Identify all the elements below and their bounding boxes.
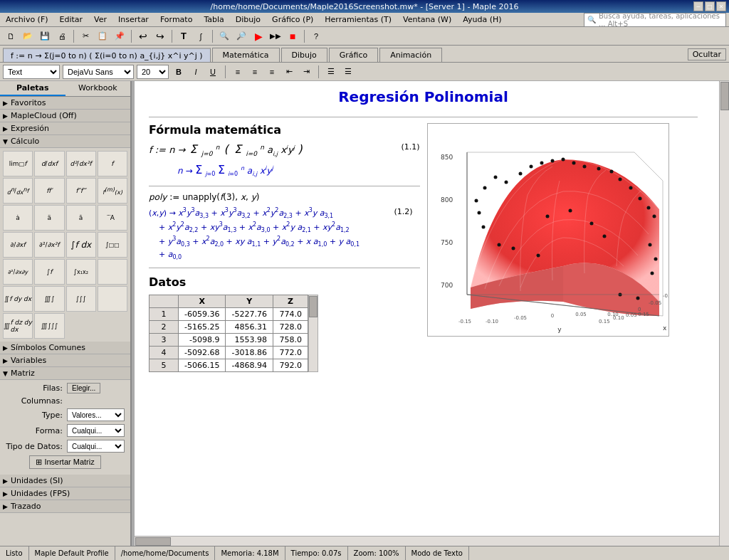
- style-select[interactable]: Text: [3, 65, 60, 79]
- calc-cell-partial[interactable]: ∂/∂x f: [3, 232, 33, 258]
- tab-dibujo[interactable]: Dibujo: [281, 48, 327, 62]
- calc-cell-integral2[interactable]: ∫□□: [98, 232, 127, 258]
- section-expresion[interactable]: ▶ Expresión: [0, 122, 130, 135]
- menu-editar[interactable]: Editar: [57, 14, 86, 25]
- redo-button[interactable]: ↪: [152, 28, 168, 44]
- calc-cell-tripleint[interactable]: ∭∫: [34, 286, 64, 312]
- menu-archivo[interactable]: Archivo (F): [3, 14, 51, 25]
- section-variables[interactable]: ▶ Variables: [0, 354, 130, 367]
- calc-cell-fm[interactable]: f(m)(x): [98, 178, 127, 204]
- v-scroll-thumb[interactable]: [720, 82, 729, 110]
- help-button[interactable]: ?: [308, 28, 324, 44]
- menu-grafico[interactable]: Gráfico (P): [269, 14, 316, 25]
- insertar-matriz-button[interactable]: ⊞ Insertar Matriz: [29, 455, 100, 469]
- section-calculo[interactable]: ▼ Cálculo: [0, 135, 130, 148]
- menu-formato[interactable]: Formato: [157, 14, 196, 25]
- close-button[interactable]: ✕: [716, 1, 726, 11]
- execute-button[interactable]: ▶: [251, 28, 266, 44]
- font-select[interactable]: DejaVu Sans: [63, 65, 134, 79]
- section-favoritos[interactable]: ▶ Favoritos: [0, 97, 130, 110]
- math-mode-button[interactable]: ∫: [193, 28, 209, 44]
- hide-palette-button[interactable]: Ocultar: [688, 48, 726, 60]
- cut-button[interactable]: ✂: [78, 28, 93, 44]
- calc-cell-int-bounds[interactable]: ∫x₁x₂: [66, 259, 96, 285]
- calc-cell-f3[interactable]: f″ f‴: [66, 178, 96, 204]
- calc-cell-3dot[interactable]: ⃛A: [98, 205, 127, 231]
- open-button[interactable]: 📂: [20, 28, 36, 44]
- section-trazado[interactable]: ▶ Trazado: [0, 500, 130, 513]
- zoom-out-button[interactable]: 🔍: [216, 28, 232, 44]
- calc-cell-lim[interactable]: lim□ f: [3, 151, 33, 176]
- menu-ventana[interactable]: Ventana (W): [400, 14, 454, 25]
- menu-ayuda[interactable]: Ayuda (H): [460, 14, 504, 25]
- menu-tabla[interactable]: Tabla: [201, 14, 226, 25]
- numbered-list-button[interactable]: ☰: [341, 65, 355, 79]
- tab-matematica[interactable]: Matemática: [212, 48, 280, 62]
- align-right-button[interactable]: ≡: [265, 65, 279, 79]
- tab-texto[interactable]: f := n → Σ(j=0 to n) ( Σ(i=0 to n) a_{i,…: [3, 48, 211, 62]
- calc-cell-d2[interactable]: d²/dx² f: [66, 151, 96, 176]
- section-simbolos[interactable]: ▶ Símbolos Comunes: [0, 342, 130, 354]
- menu-insertar[interactable]: Insertar: [115, 14, 152, 25]
- vertical-scrollbar[interactable]: [719, 81, 729, 546]
- calc-cell-empty[interactable]: [98, 259, 127, 285]
- execute-all-button[interactable]: ▶▶: [268, 28, 283, 44]
- section-unidades-fps[interactable]: ▶ Unidades (FPS): [0, 487, 130, 500]
- calc-cell-tripleint2[interactable]: ∭f dz dy dx: [3, 313, 33, 339]
- menu-herramientas[interactable]: Herramientas (T): [322, 14, 394, 25]
- underline-button[interactable]: U: [206, 65, 220, 79]
- print-button[interactable]: 🖨: [54, 28, 70, 44]
- plot-container[interactable]: 850 800 750 700: [427, 123, 669, 337]
- menu-dibujo[interactable]: Dibujo: [233, 14, 263, 25]
- search-placeholder[interactable]: Busca ayuda, tareas, aplicaciones ... Al…: [599, 12, 723, 28]
- new-button[interactable]: 🗋: [3, 28, 19, 44]
- section-matrix[interactable]: ▼ Matriz: [0, 367, 130, 380]
- h-scroll-thumb[interactable]: [135, 537, 171, 546]
- calc-cell-int-f[interactable]: ∫f: [34, 259, 64, 285]
- table-scrollbar[interactable]: [308, 295, 318, 372]
- calc-cell-d2xy[interactable]: ∂²/∂x∂y: [3, 259, 33, 285]
- bullet-list-button[interactable]: ☰: [324, 65, 338, 79]
- calc-cell-f1[interactable]: f: [98, 151, 127, 176]
- calc-cell-int3[interactable]: ∫∫∫: [66, 286, 96, 312]
- paste-button[interactable]: 📌: [112, 28, 127, 44]
- size-select[interactable]: 20: [137, 65, 169, 79]
- section-maplecloud[interactable]: ▶ MapleCloud (Off): [0, 110, 130, 122]
- align-center-button[interactable]: ≡: [248, 65, 262, 79]
- calc-cell-d[interactable]: d/dx f: [34, 151, 64, 176]
- calc-cell-dblint[interactable]: ∬f dy dx: [3, 286, 33, 312]
- italic-button[interactable]: I: [189, 65, 203, 79]
- menu-ver[interactable]: Ver: [91, 14, 110, 25]
- copy-button[interactable]: 📋: [95, 28, 110, 44]
- align-left-button[interactable]: ≡: [231, 65, 245, 79]
- calc-cell-dn[interactable]: dn/dxn f: [3, 178, 33, 204]
- section-unidades-si[interactable]: ▶ Unidades (SI): [0, 475, 130, 487]
- type-select[interactable]: Valores...: [67, 408, 125, 421]
- text-mode-button[interactable]: T: [176, 28, 192, 44]
- elegir-filas-button[interactable]: Elegir...: [67, 383, 100, 393]
- minimize-button[interactable]: ─: [693, 1, 703, 11]
- outdent-button[interactable]: ⇥: [299, 65, 313, 79]
- calc-cell-dot[interactable]: ȧ: [3, 205, 33, 231]
- stop-button[interactable]: ■: [285, 28, 300, 44]
- bold-button[interactable]: B: [172, 65, 186, 79]
- tab-workbook[interactable]: Workbook: [65, 81, 131, 96]
- indent-button[interactable]: ⇤: [282, 65, 296, 79]
- zoom-in-button[interactable]: 🔎: [234, 28, 249, 44]
- forma-select[interactable]: Cualqui...: [67, 424, 125, 437]
- calc-cell-partial2[interactable]: ∂²/∂x² f: [34, 232, 64, 258]
- tab-animacion[interactable]: Animación: [379, 48, 442, 62]
- calc-cell-vec[interactable]: ā: [66, 205, 96, 231]
- tab-grafico[interactable]: Gráfico: [329, 48, 379, 62]
- horizontal-scrollbar[interactable]: [135, 536, 719, 546]
- tab-paletas[interactable]: Paletas: [0, 81, 65, 96]
- calc-cell-tripleint3[interactable]: ∭∫∫∫: [34, 313, 64, 339]
- tipo-datos-select[interactable]: Cualqui...: [67, 440, 125, 453]
- sidebar-scroll[interactable]: ▶ Favoritos ▶ MapleCloud (Off) ▶ Expresi…: [0, 97, 130, 546]
- undo-button[interactable]: ↩: [135, 28, 151, 44]
- restore-button[interactable]: □: [705, 1, 715, 11]
- calc-cell-dotdot[interactable]: ä: [34, 205, 64, 231]
- calc-cell-integral[interactable]: ∫f dx: [66, 232, 96, 258]
- save-button[interactable]: 💾: [37, 28, 53, 44]
- calc-cell-f2[interactable]: f f′: [34, 178, 64, 204]
